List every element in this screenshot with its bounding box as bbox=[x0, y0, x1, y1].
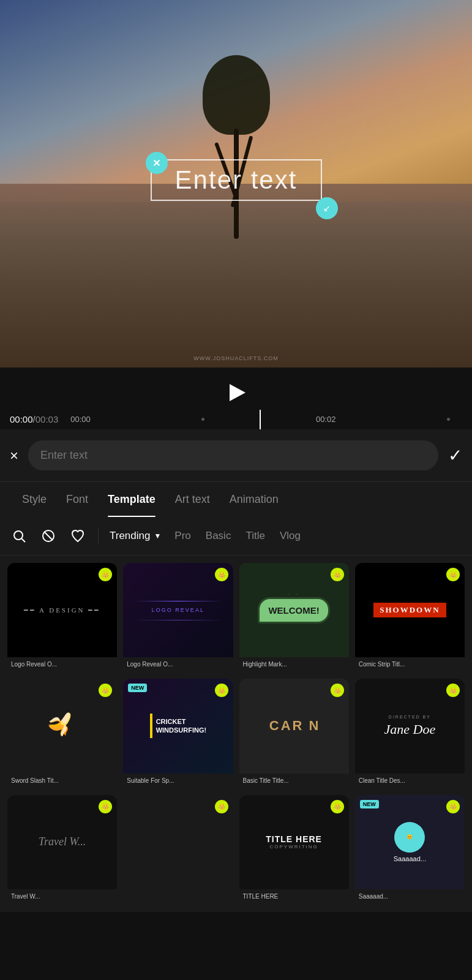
template-label-9: Travel W... bbox=[7, 889, 117, 905]
template-thumb-12: NEW 😊 Saaaaad... 👑 bbox=[355, 795, 465, 889]
heart-icon bbox=[70, 529, 85, 543]
pro-badge-9: 👑 bbox=[99, 800, 112, 813]
text-input-area: × ✓ bbox=[0, 429, 472, 481]
video-watermark: WWW.JOSHUACLIFTS.COM bbox=[193, 355, 279, 361]
pro-badge-3: 👑 bbox=[331, 568, 344, 581]
pro-badge-1: 👑 bbox=[99, 568, 112, 581]
welcome-bubble: WELCOME! bbox=[258, 597, 329, 624]
text-overlay-resize[interactable]: ↙ bbox=[316, 197, 338, 219]
input-confirm-button[interactable]: ✓ bbox=[448, 445, 462, 466]
new-badge-6: NEW bbox=[128, 684, 147, 692]
template-thumb-3: WELCOME! 👑 bbox=[239, 563, 349, 657]
template-thumb-11: TITLE HERE COPYWRITING 👑 bbox=[239, 795, 349, 889]
search-icon bbox=[12, 529, 26, 543]
timeline-dot-2 bbox=[447, 418, 450, 421]
pro-badge-11: 👑 bbox=[331, 800, 344, 813]
pro-badge-2: 👑 bbox=[215, 568, 228, 581]
template-card-5[interactable]: 🍌 👑 Sword Slash Tit... bbox=[7, 679, 117, 788]
tab-art-text[interactable]: Art text bbox=[165, 482, 220, 517]
template-card-11[interactable]: TITLE HERE COPYWRITING 👑 TITLE HERE bbox=[239, 795, 349, 905]
template-label-8: Clean Title Des... bbox=[355, 774, 465, 789]
pro-badge-7: 👑 bbox=[331, 684, 344, 697]
input-close-button[interactable]: × bbox=[10, 447, 18, 464]
tab-bar: Style Font Template Art text Animation bbox=[0, 481, 472, 517]
marker-1: 00:00 bbox=[70, 415, 91, 424]
trending-label: Trending bbox=[110, 530, 150, 542]
time-current: 00:00 bbox=[10, 414, 33, 424]
pro-badge-12: 👑 bbox=[446, 800, 460, 813]
template-thumb-4: SHOWDOWN 👑 bbox=[355, 563, 465, 657]
filter-basic[interactable]: Basic bbox=[206, 530, 231, 542]
template-label-5: Sword Slash Tit... bbox=[7, 774, 117, 789]
play-button[interactable] bbox=[221, 377, 252, 408]
template-thumb-2: LOGO REVEAL 👑 bbox=[123, 563, 233, 657]
filter-pro[interactable]: Pro bbox=[174, 530, 190, 542]
template-card-7[interactable]: CAR N 👑 Basic Title Title... bbox=[239, 679, 349, 788]
template-thumb-7: CAR N 👑 bbox=[239, 679, 349, 773]
timeline-track[interactable]: 00:00 00:02 bbox=[58, 415, 462, 424]
template-card-2[interactable]: LOGO REVEAL 👑 Logo Reveal O... bbox=[123, 563, 233, 673]
svg-line-3 bbox=[44, 532, 53, 540]
time-total: 00:03 bbox=[36, 414, 59, 424]
filter-options: Pro Basic Title Vlog bbox=[174, 530, 301, 542]
template-thumb-6: NEW CRICKETWINDSURFING! 👑 bbox=[123, 679, 233, 773]
block-icon bbox=[41, 529, 56, 543]
template-label-1: Logo Reveal O... bbox=[7, 657, 117, 673]
template-card-8[interactable]: DIRECTED BY Jane Doe 👑 Clean Title Des..… bbox=[355, 679, 465, 788]
template-label-10 bbox=[123, 896, 233, 905]
template-card-1[interactable]: ━━ A DESIGN ━━ 👑 Logo Reveal O... bbox=[7, 563, 117, 673]
pro-badge-5: 👑 bbox=[99, 684, 112, 697]
text-overlay-content: Enter text bbox=[175, 165, 298, 194]
favorites-filter-button[interactable] bbox=[69, 527, 87, 545]
text-overlay-close[interactable]: ✕ bbox=[146, 152, 168, 174]
tab-template[interactable]: Template bbox=[98, 482, 165, 517]
new-badge-12: NEW bbox=[360, 800, 379, 809]
template-grid: ━━ A DESIGN ━━ 👑 Logo Reveal O... LOGO R… bbox=[0, 556, 472, 912]
template-label-4: Comic Strip Titl... bbox=[355, 657, 465, 673]
template-card-3[interactable]: WELCOME! 👑 Highlight Mark... bbox=[239, 563, 349, 673]
template-card-12[interactable]: NEW 😊 Saaaaad... 👑 Saaaaad... bbox=[355, 795, 465, 905]
template-card-10[interactable]: 👑 bbox=[123, 795, 233, 905]
pro-badge-6: 👑 bbox=[215, 684, 228, 697]
tab-animation[interactable]: Animation bbox=[220, 482, 288, 517]
no-filter-button[interactable] bbox=[39, 527, 58, 545]
template-label-3: Highlight Mark... bbox=[239, 657, 349, 673]
template-thumb-10: 👑 bbox=[123, 795, 233, 896]
marker-2: 00:02 bbox=[316, 415, 336, 424]
filter-title[interactable]: Title bbox=[245, 530, 265, 542]
filter-bar: Trending ▼ Pro Basic Title Vlog bbox=[0, 517, 472, 556]
filter-divider bbox=[98, 529, 99, 543]
timeline-needle bbox=[260, 410, 261, 429]
text-input-field[interactable] bbox=[28, 440, 438, 470]
template-card-9[interactable]: Travel W... 👑 Travel W... bbox=[7, 795, 117, 905]
text-overlay-box[interactable]: Enter text bbox=[151, 159, 322, 201]
tab-font[interactable]: Font bbox=[56, 482, 98, 517]
play-icon bbox=[230, 384, 245, 401]
template-card-6[interactable]: NEW CRICKETWINDSURFING! 👑 Suitable For S… bbox=[123, 679, 233, 788]
timeline-dot-1 bbox=[201, 418, 204, 421]
template-thumb-9: Travel W... 👑 bbox=[7, 795, 117, 889]
pro-badge-4: 👑 bbox=[446, 568, 460, 581]
template-thumb-8: DIRECTED BY Jane Doe 👑 bbox=[355, 679, 465, 773]
tree-silhouette bbox=[200, 55, 273, 239]
template-label-12: Saaaaad... bbox=[355, 889, 465, 905]
template-label-6: Suitable For Sp... bbox=[123, 774, 233, 789]
template-label-2: Logo Reveal O... bbox=[123, 657, 233, 673]
svg-line-1 bbox=[22, 539, 26, 543]
trending-dropdown[interactable]: Trending ▼ bbox=[110, 530, 161, 542]
pro-badge-8: 👑 bbox=[446, 684, 460, 697]
template-thumb-5: 🍌 👑 bbox=[7, 679, 117, 773]
timeline-bar: 00:00 / 00:03 00:00 00:02 bbox=[0, 414, 472, 424]
pro-badge-10: 👑 bbox=[215, 800, 228, 813]
template-label-11: TITLE HERE bbox=[239, 889, 349, 905]
filter-vlog[interactable]: Vlog bbox=[280, 530, 301, 542]
svg-point-0 bbox=[14, 531, 23, 540]
playback-controls: 00:00 / 00:03 00:00 00:02 bbox=[0, 368, 472, 429]
chevron-down-icon: ▼ bbox=[154, 532, 161, 540]
template-label-7: Basic Title Title... bbox=[239, 774, 349, 789]
video-preview: ✕ Enter text ↙ WWW.JOSHUACLIFTS.COM bbox=[0, 0, 472, 368]
tab-style[interactable]: Style bbox=[12, 482, 56, 517]
template-card-4[interactable]: SHOWDOWN 👑 Comic Strip Titl... bbox=[355, 563, 465, 673]
showdown-text: SHOWDOWN bbox=[373, 603, 446, 617]
search-filter-button[interactable] bbox=[10, 527, 28, 545]
